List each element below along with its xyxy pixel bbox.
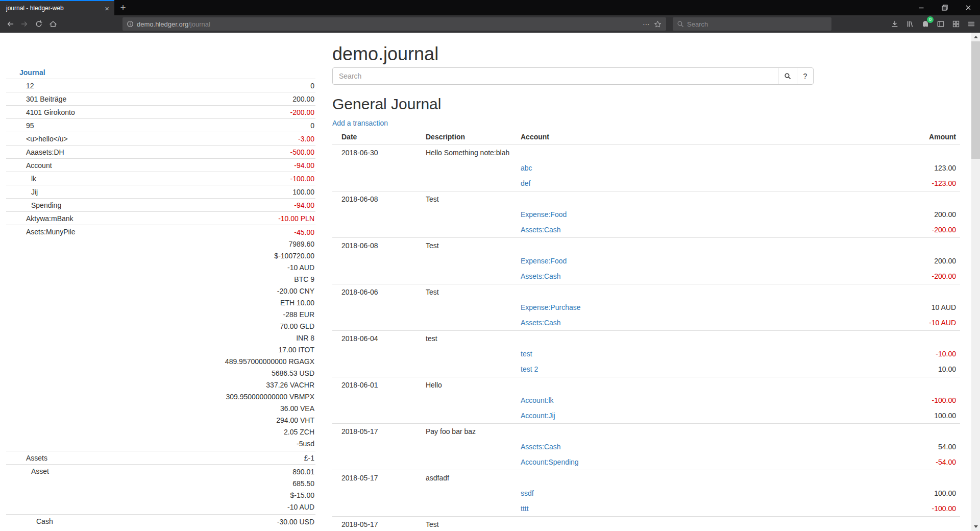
search-help-button[interactable]: ? — [797, 67, 814, 85]
posting-account-link[interactable]: Account:lk — [521, 396, 554, 404]
posting-account-link[interactable]: def — [521, 179, 530, 187]
posting-account-link[interactable]: Assets:Cash — [521, 319, 561, 327]
browser-tab[interactable]: journal - hledger-web × — [0, 0, 114, 15]
sidebar-account-link[interactable]: Assets — [26, 453, 47, 463]
close-icon — [964, 4, 972, 12]
sidebar-row: Asets:MunyPile-45.007989.60$-100720.00-1… — [6, 225, 315, 451]
posting-row: Account:lk-100.00 — [332, 393, 960, 408]
transaction-description: Test — [426, 517, 843, 531]
posting-amount: -100.00 — [843, 393, 960, 408]
scrollbar-thumb[interactable] — [971, 41, 980, 159]
sidebar-account-link[interactable]: Aaasets:DH — [26, 147, 64, 157]
transaction-row[interactable]: 2018-05-17Test — [332, 517, 960, 531]
forward-icon — [20, 20, 29, 28]
transaction-row[interactable]: 2018-06-08Test — [332, 238, 960, 254]
add-transaction-link[interactable]: Add a transaction — [332, 118, 388, 128]
close-button[interactable] — [957, 0, 980, 15]
transaction-row[interactable]: 2018-06-06Test — [332, 284, 960, 300]
posting-amount: -200.00 — [843, 269, 960, 284]
sidebar-row: Aaasets:DH-500.00 — [6, 146, 315, 159]
account-balance: -94.00 — [141, 200, 314, 210]
sidebar-account-link[interactable]: Asets:MunyPile — [26, 227, 75, 237]
sidebar-toggle-button[interactable] — [934, 17, 948, 31]
transaction-row[interactable]: 2018-06-04test — [332, 331, 960, 347]
account-balance: $-15.00 — [141, 490, 314, 501]
posting-account-link[interactable]: abc — [521, 164, 532, 172]
account-balance: -288 EUR — [141, 309, 314, 321]
posting-account-link[interactable]: Assets:Cash — [521, 272, 561, 280]
extension-button[interactable]: 0 — [918, 17, 933, 31]
back-button[interactable] — [3, 17, 17, 31]
scroll-down-button[interactable] — [971, 522, 980, 531]
sidebar-account-link[interactable]: Spending — [31, 200, 61, 210]
sidebar-account-link[interactable]: 4101 Girokonto — [26, 107, 75, 117]
activity-grid-button[interactable] — [949, 17, 963, 31]
sidebar-row: Spending-94.00 — [6, 199, 315, 212]
reload-button[interactable] — [32, 17, 46, 31]
posting-account-link[interactable]: test 2 — [521, 365, 538, 373]
posting-row: Account:Jij100.00 — [332, 408, 960, 424]
tab-close-icon[interactable]: × — [105, 5, 109, 12]
sidebar-account-link[interactable]: 12 — [26, 81, 34, 91]
transaction-row[interactable]: 2018-05-17asdfadf — [332, 470, 960, 486]
new-tab-button[interactable]: + — [114, 0, 132, 15]
sidebar-account-link[interactable]: Asset — [31, 466, 49, 476]
sidebar-account-link[interactable]: Cash — [36, 516, 53, 526]
site-info-icon[interactable] — [127, 20, 134, 28]
menu-button[interactable] — [964, 17, 978, 31]
transaction-date: 2018-06-01 — [332, 377, 426, 393]
scroll-up-button[interactable] — [971, 33, 980, 41]
account-balance: -500.00 — [141, 147, 314, 157]
downloads-button[interactable] — [888, 17, 902, 31]
sidebar-account-link[interactable]: 95 — [26, 120, 34, 131]
restore-button[interactable] — [933, 0, 957, 15]
transaction-date: 2018-06-04 — [332, 331, 426, 347]
url-bar[interactable]: demo.hledger.org/journal ⋯ — [122, 17, 666, 31]
page-scrollbar[interactable] — [971, 33, 980, 531]
posting-account-link[interactable]: Expense:Food — [521, 257, 567, 265]
sidebar-account-link[interactable]: Aktywa:mBank — [26, 213, 74, 224]
sidebar-account-link[interactable]: lk — [31, 174, 36, 184]
account-balance: -3.00 — [141, 134, 314, 144]
sidebar-account-link[interactable]: Account — [26, 160, 52, 171]
posting-account-link[interactable]: Account:Spending — [521, 458, 579, 466]
transaction-row[interactable]: 2018-06-08Test — [332, 191, 960, 207]
sidebar-row: Account-94.00 — [6, 159, 315, 172]
sidebar-row: 4101 Girokonto-200.00 — [6, 106, 315, 119]
posting-account-link[interactable]: Assets:Cash — [521, 226, 561, 234]
account-balance: 100.00 — [141, 187, 314, 197]
library-button[interactable] — [903, 17, 917, 31]
reload-icon — [35, 20, 43, 28]
forward-button[interactable] — [17, 17, 32, 31]
transaction-row[interactable]: 2018-06-01Hello — [332, 377, 960, 393]
posting-account-link[interactable]: test — [521, 350, 532, 358]
journal-table-header: Date Description Account Amount — [332, 129, 960, 145]
posting-account-link[interactable]: tttt — [521, 504, 529, 513]
browser-search-input[interactable] — [687, 20, 828, 28]
home-icon — [49, 20, 57, 28]
journal-search-form: ? — [332, 67, 960, 85]
bookmark-star-icon[interactable] — [652, 20, 663, 28]
posting-account-link[interactable]: Expense:Food — [521, 210, 567, 219]
journal-heading: General Journal — [332, 95, 960, 112]
toolbar-right-icons: 0 — [888, 17, 978, 31]
transaction-date: 2018-06-06 — [332, 284, 426, 300]
posting-account-link[interactable]: Account:Jij — [521, 412, 555, 420]
sidebar-account-link[interactable]: <u>hello</u> — [26, 134, 68, 144]
main-content: demo.journal ? General Journal Add a tra… — [332, 33, 960, 531]
transaction-row[interactable]: 2018-06-30Hello Something note:blah — [332, 145, 960, 161]
sidebar-account-link[interactable]: Jij — [31, 187, 38, 197]
sidebar-title[interactable]: Journal — [6, 66, 315, 79]
transaction-row[interactable]: 2018-05-17Pay foo bar baz — [332, 424, 960, 440]
posting-account-link[interactable]: Assets:Cash — [521, 443, 561, 451]
journal-search-button[interactable] — [778, 67, 797, 85]
posting-account-link[interactable]: ssdf — [521, 489, 534, 497]
sidebar-account-link[interactable]: 301 Beiträge — [26, 94, 66, 104]
journal-search-input[interactable] — [332, 67, 778, 85]
page-actions-icon[interactable]: ⋯ — [641, 20, 652, 28]
posting-account-link[interactable]: Expense:Purchase — [521, 303, 581, 311]
home-button[interactable] — [46, 17, 60, 31]
minimize-button[interactable] — [910, 0, 933, 15]
transaction-description: asdfadf — [426, 470, 843, 486]
browser-search-bar[interactable] — [673, 17, 831, 31]
